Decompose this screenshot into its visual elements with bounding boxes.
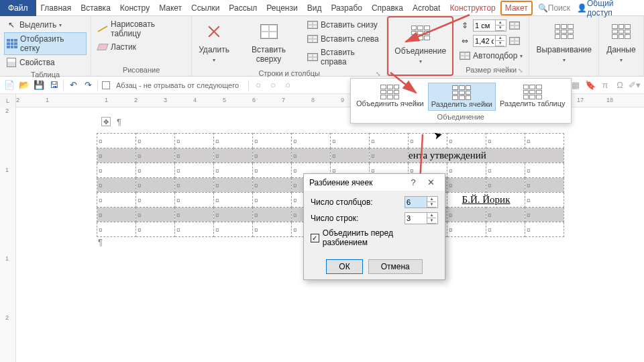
- menu-layout1[interactable]: Макет: [154, 1, 186, 15]
- distribute-cols-icon[interactable]: [509, 36, 520, 46]
- distribute-rows-icon[interactable]: [509, 20, 520, 31]
- qat-circle3-icon[interactable]: ○: [282, 80, 293, 91]
- paragraph-mark: ¶: [115, 117, 121, 127]
- menu-home[interactable]: Главная: [36, 1, 76, 15]
- delete-button[interactable]: Удалить▾: [196, 18, 232, 66]
- menu-acrobat[interactable]: Acrobat: [408, 1, 445, 15]
- qat-table-icon[interactable]: ▦: [570, 80, 581, 91]
- data-button[interactable]: Данные▾: [603, 18, 639, 66]
- merge-cells-button[interactable]: Объединить ячейки: [354, 83, 427, 111]
- merge-icon: [410, 22, 431, 44]
- paragraph-mark-end: ¶: [97, 237, 103, 247]
- qat-omega-icon[interactable]: Ω: [614, 80, 625, 91]
- menu-review[interactable]: Рецензи: [262, 1, 302, 15]
- table-move-handle[interactable]: ✥: [101, 117, 111, 126]
- ribbon-group-rowscols: Удалить▾ Вставить сверху Вставить снизу …: [192, 16, 387, 76]
- qat-pi-icon[interactable]: π: [600, 80, 610, 91]
- split-cells-button[interactable]: Разделить ячейки: [428, 83, 496, 111]
- merge-before-checkbox[interactable]: ✓ Объединить перед разбиением: [311, 228, 438, 247]
- width-input[interactable]: [474, 36, 495, 46]
- menu-share[interactable]: 👤 Общий доступ: [570, 0, 644, 17]
- dialog-launcher-size-icon[interactable]: ⤡: [518, 67, 523, 74]
- menu-developer[interactable]: Разрабо: [326, 1, 367, 15]
- autofit-button[interactable]: Автоподбор▾: [458, 49, 525, 62]
- share-label: Общий доступ: [587, 0, 637, 17]
- doc-text-2: Б.Й. Йорик: [462, 194, 511, 205]
- ribbon-group-table: ↖Выделить▾ Отобразить сетку Свойства Таб…: [0, 16, 91, 76]
- qat-open-icon[interactable]: 📂: [19, 80, 30, 91]
- ribbon: ↖Выделить▾ Отобразить сетку Свойства Таб…: [0, 16, 644, 77]
- alignment-icon: [553, 21, 575, 42]
- checkbox-icon: ✓: [311, 234, 319, 242]
- qat-bookmark-icon[interactable]: 🔖: [585, 80, 596, 91]
- properties-icon: [6, 57, 17, 68]
- menu-design1[interactable]: Констру: [115, 1, 154, 15]
- eraser-button[interactable]: Ластик: [95, 40, 187, 54]
- menu-table-design[interactable]: Конструктор: [445, 1, 500, 15]
- height-icon: ⇕: [460, 20, 470, 31]
- insert-left-button[interactable]: Вставить слева: [305, 32, 382, 46]
- ribbon-group-draw: Нарисовать таблицу Ластик Рисование: [91, 16, 192, 76]
- share-icon: 👤: [577, 3, 587, 13]
- menu-help[interactable]: Справка: [367, 1, 408, 15]
- qat-undo-icon[interactable]: ↶: [68, 80, 78, 91]
- qat-save-icon[interactable]: 💾: [34, 80, 44, 91]
- qat-new-icon[interactable]: 📄: [4, 80, 15, 91]
- split-table-button[interactable]: Разделить таблицу: [497, 83, 568, 111]
- group-label-draw: Рисование: [95, 64, 187, 76]
- data-icon: [610, 21, 632, 42]
- menu-table-layout[interactable]: Макет: [500, 1, 533, 15]
- merge-before-label: Объединить перед разбиением: [323, 228, 438, 247]
- insert-top-button[interactable]: Вставить сверху: [236, 18, 301, 66]
- select-button[interactable]: ↖Выделить▾: [4, 18, 87, 32]
- qat-saveall-icon[interactable]: 🖫: [48, 80, 59, 91]
- menu-search[interactable]: 🔍 Поиск: [538, 3, 570, 13]
- menu-mailings[interactable]: Рассыл: [224, 1, 262, 15]
- row-height-field[interactable]: ⇕▲▼: [458, 18, 525, 33]
- rows-spinner[interactable]: ▲▼: [427, 213, 436, 224]
- cols-input[interactable]: [405, 197, 427, 208]
- draw-table-button[interactable]: Нарисовать таблицу: [95, 18, 187, 40]
- group-label-table: Таблица: [4, 69, 87, 81]
- qat-redo-icon[interactable]: ↷: [83, 80, 93, 91]
- alignment-button[interactable]: Выравнивание▾: [533, 18, 594, 66]
- dialog-launcher-icon[interactable]: ⤡: [376, 71, 381, 77]
- ok-button[interactable]: ОК: [326, 259, 362, 274]
- properties-button[interactable]: Свойства: [4, 56, 87, 69]
- vertical-ruler[interactable]: 2112: [0, 107, 16, 362]
- qat-para-checkbox[interactable]: [102, 81, 110, 89]
- delete-icon: [203, 21, 225, 42]
- cancel-button[interactable]: Отмена: [368, 259, 423, 274]
- dialog-close-button[interactable]: ✕: [422, 177, 439, 187]
- show-grid-button[interactable]: Отобразить сетку: [4, 32, 87, 55]
- group-label-merge: [392, 71, 448, 75]
- rows-input[interactable]: [405, 213, 427, 224]
- cols-spinner[interactable]: ▲▼: [427, 197, 436, 208]
- qat-paint-icon[interactable]: ✐▾: [629, 80, 640, 91]
- height-input[interactable]: [474, 20, 495, 31]
- insert-bottom-button[interactable]: Вставить снизу: [305, 18, 382, 32]
- qat-circle2-icon[interactable]: ○: [268, 80, 278, 91]
- search-label: Поиск: [548, 3, 570, 13]
- qat-circle1-icon[interactable]: ○: [253, 80, 264, 91]
- autofit-icon: [460, 50, 470, 61]
- ribbon-group-merge: Объединение▾: [387, 16, 453, 76]
- cols-label: Число столбцов:: [311, 197, 405, 207]
- col-width-field[interactable]: ⇔▲▼: [458, 34, 525, 48]
- cursor-icon: ↖: [6, 19, 17, 30]
- menu-references[interactable]: Ссылки: [186, 1, 224, 15]
- merge-dropdown-button[interactable]: Объединение▾: [392, 19, 448, 67]
- doc-text-1: ента утверждений: [409, 150, 486, 161]
- menu-insert[interactable]: Вставка: [76, 1, 115, 15]
- menu-file[interactable]: Файл: [0, 0, 36, 16]
- insert-bottom-icon: [307, 19, 318, 30]
- eraser-icon: [97, 42, 108, 52]
- insert-left-icon: [307, 34, 318, 44]
- dialog-help-button[interactable]: ?: [405, 177, 422, 187]
- split-cells-icon: [452, 85, 471, 100]
- menu-view[interactable]: Вид: [303, 1, 327, 15]
- merge-cells-icon: [380, 85, 399, 99]
- ruler-corner: L: [0, 94, 16, 107]
- insert-right-button[interactable]: Вставить справа: [305, 46, 382, 68]
- ribbon-group-cellsize: ⇕▲▼ ⇔▲▼ Автоподбор▾ Размер ячейки⤡: [453, 16, 529, 76]
